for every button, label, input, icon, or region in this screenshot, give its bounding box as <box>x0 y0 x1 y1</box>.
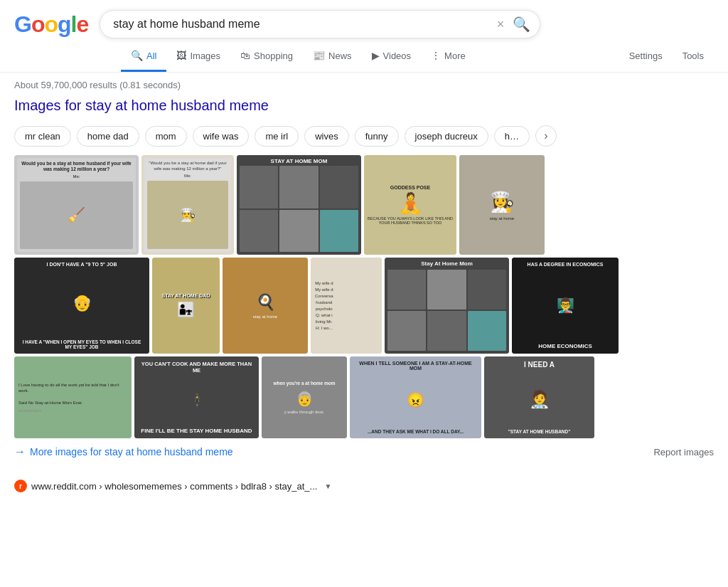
more-images-link[interactable]: → More images for stay at home husband m… <box>14 445 233 458</box>
image-tile[interactable]: HAS A DEGREE IN ECONOMICS 👨‍🏫 HOME ECONO… <box>512 258 619 354</box>
web-result: r www.reddit.com › wholesomememes › comm… <box>0 474 728 502</box>
tab-news[interactable]: 📰News <box>303 41 362 72</box>
result-url-row: r www.reddit.com › wholesomememes › comm… <box>14 480 714 492</box>
images-icon: 🖼 <box>176 50 186 61</box>
image-tile[interactable]: 🍳 stay at home <box>223 258 308 354</box>
images-heading-link[interactable]: Images for stay at home husband meme <box>14 97 269 113</box>
videos-icon: ▶ <box>372 50 380 61</box>
results-info: About 59,700,000 results (0.81 seconds) <box>0 73 728 95</box>
chip-joseph-ducreux[interactable]: joseph ducreux <box>405 126 488 147</box>
filter-chips: mr clean home dad mom wife was me irl wi… <box>0 121 728 155</box>
image-grid-section: Would you be a stay at home husband if y… <box>0 155 728 438</box>
tab-tools[interactable]: Tools <box>673 42 714 72</box>
more-icon: ⋮ <box>431 50 441 61</box>
search-button[interactable]: 🔍 <box>511 14 532 34</box>
chip-mom[interactable]: mom <box>145 126 187 147</box>
image-tile[interactable]: YOU CAN'T COOK AND MAKE MORE THAN ME 🕴 F… <box>134 356 259 438</box>
reddit-favicon: r <box>14 480 27 492</box>
tab-shopping[interactable]: 🛍Shopping <box>230 41 303 72</box>
google-logo: Google <box>14 11 88 38</box>
chip-home-dad[interactable]: home dad <box>77 126 139 147</box>
search-bar-wrap: × 🔍 <box>100 10 540 38</box>
search-bar-icons: × 🔍 <box>496 14 532 34</box>
image-tile[interactable]: when you're a at home mom 👵 y walks thro… <box>262 356 347 438</box>
tab-more[interactable]: ⋮More <box>421 41 476 72</box>
chip-me-irl[interactable]: me irl <box>255 126 299 147</box>
image-tile[interactable]: WHEN I TELL SOMEONE I AM A STAY-AT-HOME … <box>350 356 481 438</box>
image-tile[interactable]: I NEED A 🧑‍⚕️ "STAY AT HOME HUSBAND" <box>484 356 594 438</box>
chips-next-button[interactable]: › <box>535 125 557 147</box>
chip-more[interactable]: h… <box>494 126 530 147</box>
shopping-icon: 🛍 <box>240 50 250 61</box>
tab-all[interactable]: 🔍All <box>121 41 166 72</box>
image-tile[interactable]: 👩‍🍳 stay at home <box>459 155 545 255</box>
arrow-right-icon: → <box>14 445 26 458</box>
image-row-3: I Love having to do all the work yet be … <box>14 356 714 438</box>
tab-videos[interactable]: ▶Videos <box>362 41 422 72</box>
nav-tabs: 🔍All 🖼Images 🛍Shopping 📰News ▶Videos ⋮Mo… <box>0 38 728 73</box>
image-tile[interactable]: I DON'T HAVE A "9 TO 5" JOB 👴 I HAVE A "… <box>14 258 149 354</box>
more-images-row: → More images for stay at home husband m… <box>0 438 728 462</box>
images-section-heading: Images for stay at home husband meme <box>0 95 728 121</box>
image-tile[interactable]: STAY AT HOME DAD 👨‍👧 <box>152 258 220 354</box>
chip-wife-was[interactable]: wife was <box>193 126 250 147</box>
chip-mr-clean[interactable]: mr clean <box>14 126 71 147</box>
header: Google × 🔍 <box>0 0 728 38</box>
tab-settings[interactable]: Settings <box>619 42 673 72</box>
clear-button[interactable]: × <box>496 16 506 33</box>
image-tile[interactable]: "Would you be a stay at home dad if your… <box>141 155 234 255</box>
chip-wives[interactable]: wives <box>304 126 349 147</box>
image-tile[interactable]: GODDESS POSE 🧘 BECAUSE YOU ALWAYS LOOK L… <box>364 155 456 255</box>
image-tile[interactable]: I Love having to do all the work yet be … <box>14 356 132 438</box>
result-url: www.reddit.com › wholesomememes › commen… <box>31 481 317 492</box>
tab-images[interactable]: 🖼Images <box>166 41 230 72</box>
search-input[interactable] <box>100 10 540 38</box>
image-tile[interactable]: My wife dMy wife dConversahusbandpsychol… <box>311 258 382 354</box>
news-icon: 📰 <box>313 50 325 61</box>
image-tile[interactable]: Stay At Home Mom <box>385 258 509 354</box>
chip-funny[interactable]: funny <box>355 126 399 147</box>
result-dropdown-button[interactable]: ▼ <box>324 482 331 490</box>
image-tile[interactable]: STAY AT HOME MOM <box>237 155 361 255</box>
image-row-2: I DON'T HAVE A "9 TO 5" JOB 👴 I HAVE A "… <box>14 258 714 354</box>
image-row-1: Would you be a stay at home husband if y… <box>14 155 714 255</box>
report-images-link[interactable]: Report images <box>653 447 714 458</box>
all-icon: 🔍 <box>131 50 143 61</box>
image-tile[interactable]: Would you be a stay at home husband if y… <box>14 155 139 255</box>
